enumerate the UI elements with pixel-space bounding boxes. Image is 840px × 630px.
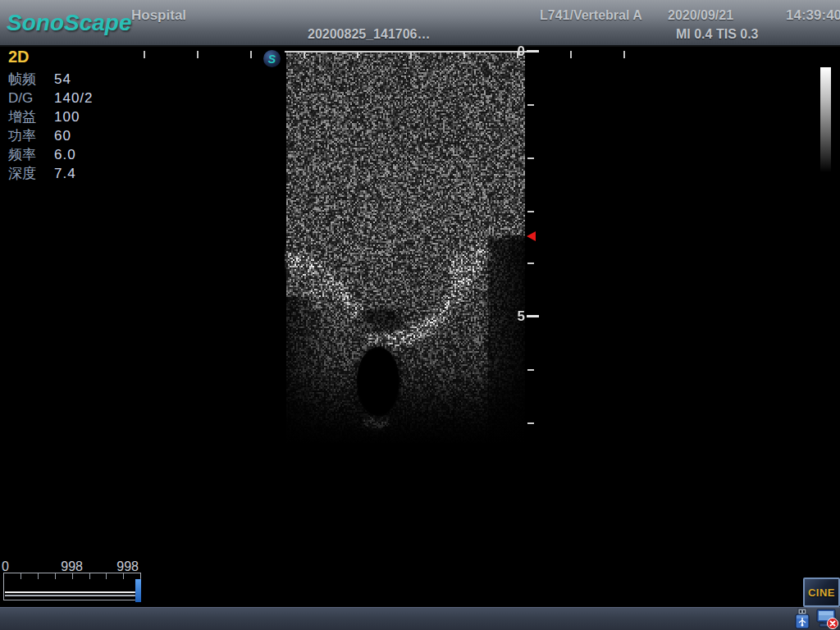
cine-tick (21, 573, 21, 579)
parameter-row: 深度7.4 (8, 164, 131, 183)
probe-orientation-badge: S (263, 50, 281, 67)
cine-track-line (5, 591, 139, 593)
depth-tick (527, 158, 534, 159)
ruler-tick (570, 51, 572, 58)
focus-marker-icon (527, 231, 536, 241)
cine-tick (55, 573, 56, 579)
parameter-row: 频率6.0 (8, 145, 131, 164)
parameter-value: 54 (54, 71, 71, 88)
ruler-tick (144, 51, 145, 58)
depth-tick (527, 369, 534, 371)
cine-tick (123, 573, 124, 579)
depth-tick (527, 104, 534, 106)
cine-tick (106, 573, 107, 579)
parameter-label: 功率 (8, 126, 54, 145)
ultrasound-screen: SonoScape Hospital L741/Vertebral A 2020… (0, 0, 840, 630)
depth-label: 0 (502, 43, 525, 60)
exam-id: 20200825_141706… (308, 27, 430, 42)
cine-tick (38, 573, 39, 579)
depth-tick (527, 315, 539, 317)
cine-track-line (5, 595, 139, 596)
header-bar: SonoScape Hospital L741/Vertebral A 2020… (0, 0, 840, 47)
parameter-row: 增益100 (8, 107, 131, 126)
parameter-value: 6.0 (54, 147, 76, 163)
parameter-value: 100 (54, 109, 80, 126)
cine-position-thumb[interactable] (135, 579, 141, 602)
grayscale-bar (820, 67, 831, 172)
parameter-label: 深度 (8, 164, 54, 183)
sonoscape-logo: SonoScape (7, 10, 131, 36)
depth-label: 5 (502, 308, 525, 325)
parameter-panel: 帧频54D/G140/2增益100功率60频率6.0深度7.4 (8, 70, 131, 183)
mi-tis-readout: MI 0.4 TIS 0.3 (676, 27, 758, 42)
parameter-value: 60 (54, 128, 71, 144)
depth-tick (527, 50, 539, 52)
parameter-value: 7.4 (54, 166, 76, 182)
cine-tick (72, 573, 73, 579)
parameter-label: D/G (8, 90, 54, 107)
parameter-row: D/G140/2 (8, 89, 131, 107)
ultrasound-canvas (285, 51, 527, 443)
network-disconnected-icon[interactable] (815, 608, 839, 629)
probe-preset-label: L741/Vertebral A (540, 8, 642, 23)
depth-tick (527, 422, 534, 424)
cine-tick (89, 573, 90, 579)
parameter-row: 帧频54 (8, 70, 131, 89)
ruler-tick (623, 51, 625, 58)
depth-tick (527, 262, 534, 264)
parameter-value: 140/2 (54, 90, 94, 107)
parameter-label: 增益 (8, 107, 54, 126)
parameter-label: 帧频 (8, 70, 54, 89)
usb-icon[interactable] (792, 608, 813, 629)
system-time: 14:39:40 (786, 7, 840, 24)
parameter-row: 功率60 (8, 126, 131, 145)
ruler-tick (250, 51, 252, 58)
ruler-tick (197, 51, 199, 58)
cine-button-label: CINE (808, 587, 835, 599)
cine-button[interactable]: CINE (803, 578, 840, 607)
depth-tick (527, 211, 534, 212)
hospital-name: Hospital (131, 7, 186, 24)
mode-label: 2D (8, 48, 30, 66)
system-date: 2020/09/21 (668, 8, 733, 23)
status-bar (0, 607, 840, 630)
parameter-label: 频率 (8, 145, 54, 164)
